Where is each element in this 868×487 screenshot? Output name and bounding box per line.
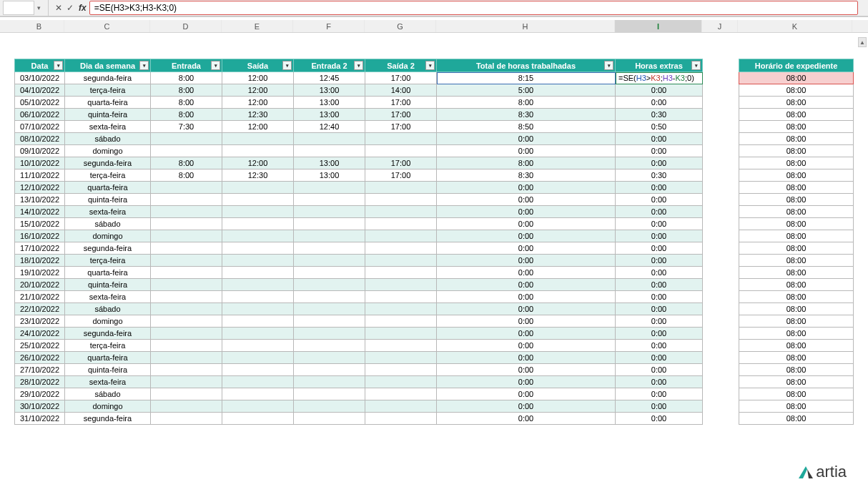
cell[interactable]: 0:00 [616,230,703,242]
cell[interactable] [222,218,294,230]
cell[interactable]: 21/10/2022 [15,291,65,303]
cell[interactable]: segunda-feira [65,242,151,255]
cell[interactable]: 29/10/2022 [15,388,65,400]
cell[interactable]: 17:00 [365,157,437,169]
cell[interactable]: 08:00 [739,145,854,157]
cell[interactable] [151,145,222,157]
cell[interactable]: 0:30 [616,109,703,121]
filter-icon[interactable]: ▾ [139,61,149,70]
cell[interactable]: 0:00 [616,84,703,97]
cell[interactable]: 0:30 [616,169,703,182]
filter-icon[interactable]: ▾ [354,61,363,70]
cell[interactable] [365,206,437,218]
cell[interactable] [151,340,222,352]
cell[interactable]: sexta-feira [65,121,151,133]
cell[interactable] [365,182,437,194]
cell[interactable] [222,364,294,376]
header-entrada[interactable]: Entrada▾ [151,59,222,72]
cell[interactable]: 26/10/2022 [15,352,65,364]
cell[interactable]: 0:00 [616,364,703,376]
col-header-b[interactable]: B [14,20,64,32]
cell[interactable]: quinta-feira [65,279,151,291]
cell[interactable]: 08:00 [739,121,854,133]
cell[interactable]: 12:40 [294,121,365,133]
cell[interactable]: 0:00 [437,413,616,425]
cell[interactable]: 08:00 [739,157,854,169]
cell[interactable]: 0:00 [437,291,616,303]
cell[interactable] [365,315,437,328]
cell[interactable]: 0:00 [437,267,616,279]
cell[interactable] [151,315,222,328]
cell[interactable] [294,352,365,364]
cell[interactable] [365,376,437,388]
cell[interactable] [222,242,294,255]
cell[interactable]: 03/10/2022 [15,72,65,84]
cell[interactable]: 17:00 [365,109,437,121]
cell[interactable]: 09/10/2022 [15,145,65,157]
formula-input[interactable]: =SE(H3>K3;H3-K3;0) [89,1,858,15]
cell[interactable]: 8:00 [151,157,222,169]
cell[interactable]: sábado [65,303,151,315]
cell[interactable] [222,230,294,242]
cell[interactable] [365,230,437,242]
header-data[interactable]: Data▾ [15,59,65,72]
cell[interactable]: 0:00 [437,242,616,255]
cell[interactable]: 17:00 [365,72,437,84]
cell[interactable]: 12/10/2022 [15,182,65,194]
cell[interactable]: 0:00 [616,267,703,279]
cell[interactable]: 24/10/2022 [15,328,65,340]
cell[interactable]: 22/10/2022 [15,303,65,315]
cell[interactable]: 0:00 [437,145,616,157]
cell[interactable] [222,328,294,340]
cell[interactable]: quarta-feira [65,267,151,279]
cell[interactable] [222,194,294,206]
scroll-up-button[interactable]: ▲ [858,37,867,47]
cell[interactable]: 0:00 [437,279,616,291]
cell[interactable] [294,303,365,315]
cell[interactable]: 0:00 [616,413,703,425]
cell[interactable]: 15/10/2022 [15,218,65,230]
col-header-j[interactable]: J [702,20,738,32]
cell[interactable]: 13:00 [294,169,365,182]
cell[interactable]: segunda-feira [65,328,151,340]
cell[interactable] [294,364,365,376]
cell[interactable] [365,218,437,230]
cell[interactable]: 13:00 [294,157,365,169]
cell[interactable] [294,400,365,413]
cell[interactable]: 08:00 [739,194,854,206]
cell[interactable]: 08:00 [739,182,854,194]
cell[interactable]: quinta-feira [65,194,151,206]
cell[interactable]: 08:00 [739,376,854,388]
cell[interactable]: 0:00 [616,242,703,255]
name-box[interactable] [3,1,34,15]
cell[interactable]: 08:00 [739,413,854,425]
cell[interactable]: 08:00 [739,133,854,145]
cell[interactable]: domingo [65,400,151,413]
cell[interactable]: 14/10/2022 [15,206,65,218]
cell[interactable]: 27/10/2022 [15,364,65,376]
cell[interactable]: 0:00 [616,218,703,230]
filter-icon[interactable]: ▾ [282,61,292,70]
cell[interactable]: 13:00 [294,97,365,109]
cell[interactable]: 12:45 [294,72,365,84]
cell[interactable]: 0:00 [437,218,616,230]
cell[interactable] [222,413,294,425]
cell[interactable]: 5:00 [437,84,616,97]
cell[interactable]: 12:00 [222,97,294,109]
cell[interactable] [151,242,222,255]
cell[interactable]: 08:00 [739,328,854,340]
cell[interactable]: domingo [65,230,151,242]
cell[interactable]: 08:00 [739,400,854,413]
cell[interactable]: sexta-feira [65,206,151,218]
cell[interactable]: 04/10/2022 [15,84,65,97]
cell[interactable] [222,376,294,388]
cell[interactable] [222,279,294,291]
cell[interactable] [151,279,222,291]
cell[interactable] [365,242,437,255]
cell[interactable]: 0:00 [616,133,703,145]
cell[interactable] [365,194,437,206]
cell[interactable]: 08/10/2022 [15,133,65,145]
cell[interactable] [294,340,365,352]
cell[interactable]: 8:00 [151,84,222,97]
col-header-g[interactable]: G [365,20,436,32]
